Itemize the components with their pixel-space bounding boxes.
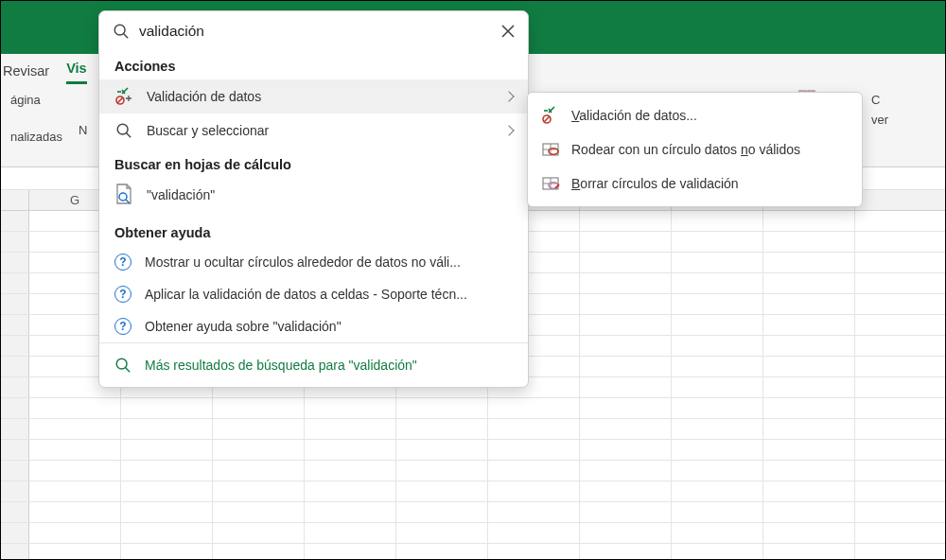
action-label: Validación de datos <box>147 89 486 104</box>
action-label: Buscar y seleccionar <box>147 123 486 138</box>
ribbon-item-nalizadas[interactable]: nalizadas <box>10 127 67 147</box>
svg-point-6 <box>114 25 125 35</box>
search-icon <box>113 23 130 40</box>
ribbon-item-pagina[interactable]: ágina <box>10 90 67 110</box>
document-search-icon <box>114 185 133 204</box>
svg-point-16 <box>116 359 127 369</box>
help-icon: ? <box>114 254 131 271</box>
circle-invalid-icon <box>541 140 560 159</box>
help-item-3[interactable]: ? Obtener ayuda sobre "validación" <box>99 310 528 342</box>
close-icon[interactable] <box>501 25 515 38</box>
search-input[interactable] <box>139 23 492 40</box>
submenu-validacion-datos[interactable]: Validación de datos... <box>528 98 862 132</box>
clear-circles-icon <box>541 174 560 193</box>
search-icon <box>114 357 131 374</box>
ribbon-group-left: ágina nalizadas <box>1 84 77 166</box>
tab-revisar[interactable]: Revisar <box>3 58 49 84</box>
help-icon: ? <box>114 286 131 303</box>
search-icon <box>114 121 133 140</box>
submenu-label: Validación de datos... <box>571 108 697 123</box>
data-validation-icon <box>541 106 560 125</box>
validacion-submenu: Validación de datos... Rodear con un cír… <box>527 92 863 207</box>
select-all-corner[interactable] <box>1 190 29 210</box>
help-item-1[interactable]: ? Mostrar u ocultar círculos alrededor d… <box>99 246 528 278</box>
help-icon: ? <box>114 318 131 335</box>
section-obtener-ayuda: Obtener ayuda <box>99 216 528 246</box>
section-buscar-hojas: Buscar en hojas de cálculo <box>99 148 528 178</box>
section-acciones: Acciones <box>99 49 528 79</box>
svg-line-11 <box>117 97 123 103</box>
ribbon-right-letters: C ver <box>869 84 945 166</box>
more-results-link[interactable]: Más resultados de búsqueda para "validac… <box>99 342 528 387</box>
more-results-label: Más resultados de búsqueda para "validac… <box>145 358 417 373</box>
action-buscar-seleccionar[interactable]: Buscar y seleccionar <box>99 114 528 148</box>
sheet-search-result[interactable]: "validación" <box>99 178 528 216</box>
chevron-right-icon <box>503 91 514 101</box>
ribbon-item-ver: ver <box>871 110 936 130</box>
svg-point-12 <box>117 124 128 134</box>
help-label: Obtener ayuda sobre "validación" <box>145 319 518 334</box>
help-item-2[interactable]: ? Aplicar la validación de datos a celda… <box>99 278 528 310</box>
tab-vista[interactable]: Vis <box>66 55 87 84</box>
submenu-label: Borrar círculos de validación <box>571 176 739 191</box>
svg-line-13 <box>127 133 131 138</box>
help-label: Mostrar u ocultar círculos alrededor de … <box>145 254 518 270</box>
action-validacion-datos[interactable]: Validación de datos <box>99 79 528 114</box>
submenu-borrar-circulos[interactable]: Borrar círculos de validación <box>528 166 862 201</box>
submenu-label: Rodear con un círculo datos no válidos <box>571 142 800 157</box>
data-validation-icon <box>114 87 133 106</box>
svg-line-7 <box>124 34 129 39</box>
submenu-rodear-circulo[interactable]: Rodear con un círculo datos no válidos <box>528 132 862 166</box>
svg-line-19 <box>544 116 550 122</box>
sheet-search-label: "validación" <box>147 187 215 202</box>
search-box-row <box>99 11 528 49</box>
chevron-right-icon <box>503 125 514 135</box>
ribbon-item-c: C <box>871 90 936 110</box>
tellme-search-panel: Acciones Validación de datos Buscar y se… <box>98 10 529 388</box>
svg-line-17 <box>126 368 131 373</box>
help-label: Aplicar la validación de datos a celdas … <box>145 287 518 302</box>
